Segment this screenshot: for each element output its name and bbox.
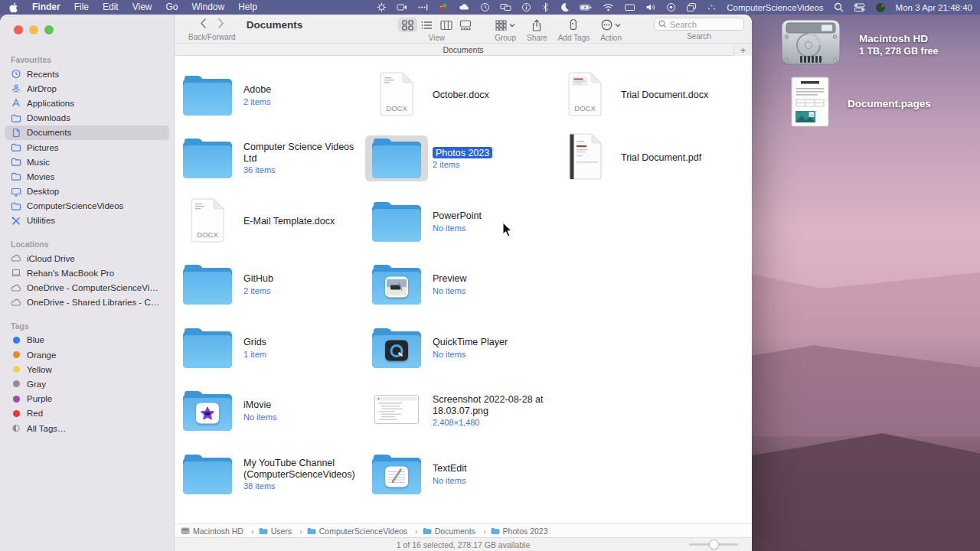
minimize-button[interactable]: [29, 25, 38, 34]
sidebar-item-macbook-pro[interactable]: Rehan's MacBook Pro: [5, 266, 169, 280]
user-avatar-icon[interactable]: [875, 2, 886, 13]
copy-stack-icon[interactable]: [686, 2, 697, 12]
file-item-powerpoint[interactable]: PowerPointNo items: [365, 194, 554, 250]
sidebar-label: Pictures: [27, 143, 59, 152]
file-item-github[interactable]: GitHub2 items: [176, 256, 364, 313]
volume-icon[interactable]: [645, 2, 656, 12]
control-center-icon[interactable]: [854, 2, 865, 12]
sidebar-tag-orange[interactable]: Orange: [5, 347, 169, 362]
menu-view[interactable]: View: [126, 0, 159, 15]
share-button[interactable]: [531, 18, 542, 32]
breadcrumb-documents[interactable]: Documents: [423, 527, 491, 536]
sidebar-item-downloads[interactable]: Downloads: [5, 111, 169, 126]
clock-status-icon[interactable]: [480, 2, 490, 12]
sidebar-item-icloud-drive[interactable]: iCloud Drive: [5, 251, 169, 266]
sidebar-item-applications[interactable]: Applications: [5, 96, 169, 110]
sidebar-item-desktop[interactable]: Desktop: [5, 184, 169, 199]
sidebar-tag-blue[interactable]: Blue: [5, 333, 169, 347]
file-item-imovie[interactable]: iMovieNo items: [176, 383, 364, 439]
file-item-textedit[interactable]: TextEditNo items: [365, 446, 554, 503]
more-dots-icon[interactable]: [417, 2, 428, 12]
close-button[interactable]: [14, 25, 23, 34]
sidebar-tag-yellow[interactable]: Yellow: [5, 362, 169, 377]
sidebar-item-utilities[interactable]: Utilities: [5, 214, 169, 228]
search-caption: Search: [687, 32, 711, 41]
tab-documents[interactable]: Documents: [175, 45, 752, 54]
file-item-trial-pdf[interactable]: Trial Document.pdf: [554, 130, 742, 187]
bluetooth-icon[interactable]: [541, 2, 550, 12]
desktop-document-pages[interactable]: Document.pages: [791, 77, 931, 130]
onedrive-cloud-icon[interactable]: [459, 2, 470, 12]
file-item-adobe[interactable]: Adobe2 items: [176, 67, 364, 124]
new-tab-button[interactable]: +: [733, 44, 752, 56]
breadcrumb-computersciencevideos[interactable]: ComputerScienceVideos: [307, 527, 423, 536]
file-name: Trial Document.docx: [621, 90, 742, 101]
sidebar-item-pictures[interactable]: Pictures: [5, 140, 169, 155]
record-circle-icon[interactable]: [666, 2, 676, 12]
menu-help[interactable]: Help: [231, 0, 264, 15]
displays-icon[interactable]: [500, 2, 511, 12]
sidebar-tag-purple[interactable]: Purple: [5, 392, 169, 406]
dots-triangle-icon[interactable]: [707, 2, 717, 12]
file-item-quicktime[interactable]: QuickTime PlayerNo items: [365, 320, 554, 377]
gallery-view-button[interactable]: [456, 18, 475, 32]
file-item-photos-2023-selected[interactable]: Photos 20232 items: [365, 130, 554, 187]
file-item-grids[interactable]: Grids1 item: [176, 320, 364, 377]
file-item-computer-science-videos[interactable]: Computer Science Videos Ltd36 items: [176, 130, 364, 187]
folder-small-icon: [11, 201, 21, 211]
sidebar-item-onedrive[interactable]: OneDrive - ComputerScienceVideos: [5, 280, 169, 295]
apple-menu-icon[interactable]: [8, 2, 25, 13]
menu-window[interactable]: Window: [185, 0, 232, 15]
menu-file[interactable]: File: [67, 0, 96, 15]
spotlight-search-icon[interactable]: [834, 2, 844, 12]
column-view-button[interactable]: [436, 18, 456, 32]
file-item-youtube-channel[interactable]: My YouTube Channel (ComputerScienceVideo…: [176, 446, 364, 503]
sidebar-item-documents[interactable]: Documents: [5, 126, 169, 140]
sidebar-item-music[interactable]: Music: [5, 155, 169, 169]
file-count: No items: [243, 412, 364, 422]
sidebar-item-computersciencevideos[interactable]: ComputerScienceVideos: [5, 199, 169, 214]
wifi-icon[interactable]: [603, 2, 614, 12]
menu-go[interactable]: Go: [159, 0, 185, 15]
file-item-trial-docx[interactable]: DOCX Trial Document.docx: [554, 67, 742, 124]
onedrive-account-status[interactable]: ComputerScienceVideos: [727, 3, 823, 12]
menu-finder[interactable]: Finder: [25, 0, 67, 15]
slider-knob[interactable]: [709, 540, 719, 549]
app-color-icon[interactable]: [438, 2, 449, 12]
sidebar-all-tags[interactable]: All Tags…: [5, 421, 169, 435]
file-item-screenshot-png[interactable]: Screenshot 2022-08-28 at 18.03.07.png2,4…: [365, 383, 554, 439]
icon-view-button[interactable]: [398, 18, 417, 32]
focus-moon-icon[interactable]: [560, 2, 570, 12]
search-field[interactable]: [654, 18, 744, 31]
zoom-button[interactable]: [44, 25, 54, 34]
action-button[interactable]: [601, 18, 621, 32]
sidebar-item-movies[interactable]: Movies: [5, 169, 169, 184]
sidebar-tag-gray[interactable]: Gray: [5, 377, 169, 391]
display-mirror-icon[interactable]: [624, 2, 635, 12]
file-item-october-docx[interactable]: DOCX October.docx: [365, 67, 554, 124]
add-tags-button[interactable]: [567, 18, 580, 32]
file-item-preview[interactable]: PreviewNo items: [365, 256, 554, 313]
battery-icon[interactable]: [580, 2, 593, 12]
breadcrumb-users[interactable]: Users: [259, 527, 307, 536]
group-button[interactable]: [495, 18, 515, 32]
file-item-email-template[interactable]: DOCX E-Mail Template.docx: [176, 194, 364, 250]
list-view-button[interactable]: [417, 18, 436, 32]
sidebar-item-airdrop[interactable]: AirDrop: [5, 81, 169, 96]
folder-small-icon: [423, 527, 432, 535]
pinwheel-icon[interactable]: [377, 2, 387, 12]
desktop-macintosh-hd[interactable]: Macintosh HD 1 TB, 278 GB free: [781, 18, 939, 70]
menu-edit[interactable]: Edit: [96, 0, 126, 15]
forward-button[interactable]: [217, 18, 225, 32]
search-input[interactable]: [670, 20, 739, 29]
info-icon[interactable]: [521, 2, 531, 12]
screen-record-icon[interactable]: [397, 2, 407, 12]
breadcrumb-photos-2023[interactable]: Photos 2023: [491, 527, 548, 536]
back-button[interactable]: [199, 18, 207, 32]
menu-bar-clock[interactable]: Mon 3 Apr 21:48:40: [896, 3, 972, 12]
sidebar-tag-red[interactable]: Red: [5, 406, 169, 421]
breadcrumb-macintosh-hd[interactable]: Macintosh HD: [181, 527, 259, 536]
sidebar-item-onedrive-shared[interactable]: OneDrive - Shared Libraries - Comp…: [5, 295, 169, 310]
icon-size-slider[interactable]: [689, 543, 738, 546]
sidebar-item-recents[interactable]: Recents: [5, 67, 169, 81]
